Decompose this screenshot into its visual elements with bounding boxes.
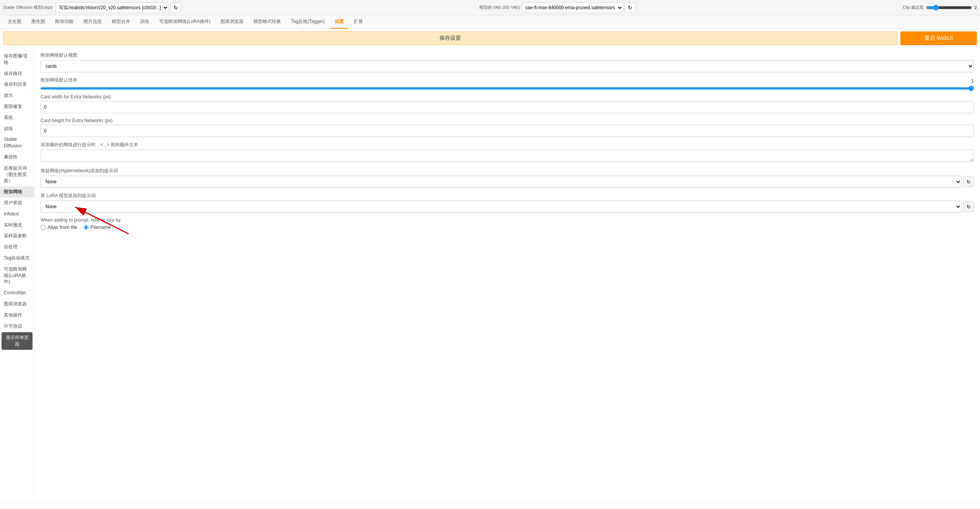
clip-value: 2 [974, 5, 977, 10]
sidebar-item-sampler[interactable]: 采样器参数 [0, 230, 34, 241]
lora-select-row: None ↻ [41, 201, 974, 213]
tab-imginfo[interactable]: 图片信息 [79, 15, 106, 29]
hypernetwork-select[interactable]: None [41, 176, 962, 188]
sidebar-item-other-ops[interactable]: 其他操作 [0, 310, 34, 321]
multiplier-slider-bar [41, 87, 974, 90]
multiplier-value: 1 [971, 78, 974, 84]
sidebar-item-sd[interactable]: Stable Diffusion [0, 134, 34, 152]
tab-settings[interactable]: 设置 [330, 15, 348, 29]
vae-select-group: 模型的 VAE (SD VAE) vae-ft-mse-840000-ema-p… [479, 2, 900, 13]
main-layout: 保存图像/音格 保存路径 保存到目录 放大 面部修复 系统 训练 Stable … [0, 47, 980, 503]
extra-text-label: 添加额外的网络进行提示时，<...> 前的额外文本 [41, 142, 974, 148]
card-width-group: Card width for Extra Networks (px) [41, 94, 974, 113]
top-bar: Stable Diffusion 模型(ckpt) 写实/realisticVi… [0, 0, 980, 15]
model-refresh-btn[interactable]: ↻ [170, 2, 181, 13]
sidebar-item-zoom[interactable]: 放大 [0, 90, 34, 101]
sidebar-item-save-path[interactable]: 保存路径 [0, 68, 34, 79]
action-bar: 保存设置 重启 WebUI [0, 29, 980, 47]
hypernetwork-group: 将超网络(Hypernetwork)添加到提示词 None ↻ [41, 168, 974, 188]
tab-extensions[interactable]: 扩展 [349, 15, 368, 29]
refer-by-label: When adding to prompt, refer to lora by [41, 217, 974, 223]
tab-txt2img[interactable]: 文生图 [3, 15, 26, 29]
extra-text-input[interactable] [41, 150, 974, 162]
refer-by-group: When adding to prompt, refer to lora by … [41, 217, 974, 230]
lora-group: 将 LoRA 模型添加到提示词 None ↻ [41, 193, 974, 213]
tab-convert[interactable]: 模型格式转换 [249, 15, 286, 29]
hypernetwork-label: 将超网络(Hypernetwork)添加到提示词 [41, 168, 974, 174]
hypernetwork-select-row: None ↻ [41, 176, 974, 188]
sidebar-item-infotext[interactable]: Infotext [0, 209, 34, 220]
vae-label: 模型的 VAE (SD VAE) [479, 5, 520, 10]
tab-lora[interactable]: 可选附加网络(LoRA插件) [155, 15, 215, 29]
sidebar-item-face-fix[interactable]: 面部修复 [0, 101, 34, 112]
model-select[interactable]: 写实/realisticVisionV20_v20.safetensors [c… [56, 2, 169, 13]
tab-img2img[interactable]: 图生图 [27, 15, 50, 29]
tab-browser[interactable]: 图库浏览器 [216, 15, 248, 29]
multiplier-row: 附加网络默认倍率 1 [41, 77, 974, 85]
window-title: Stable Diffusion 模型(ckpt) [3, 5, 52, 10]
sidebar-item-license[interactable]: 许可协议 [0, 321, 34, 332]
sidebar-item-controlnet[interactable]: ControlNet [0, 287, 34, 299]
sidebar-item-lora-plugin[interactable]: 可选附加网络(LoRA插件) [0, 264, 34, 287]
card-width-label: Card width for Extra Networks (px) [41, 94, 974, 100]
tab-tagger[interactable]: Tag反推(Tagger) [286, 15, 329, 29]
lora-select[interactable]: None [41, 201, 962, 213]
sidebar-item-live-preview[interactable]: 实时预览 [0, 220, 34, 231]
refer-by-radio-group: Alias from file Filename [41, 224, 974, 230]
tab-train[interactable]: 训练 [136, 15, 154, 29]
sidebar-item-tag-fill[interactable]: Tag自动填充 [0, 253, 34, 264]
card-height-group: Card height for Extra Networks (px) [41, 118, 974, 137]
clip-group: Clip 裁过层 2 [903, 5, 977, 11]
hypernetwork-refresh-btn[interactable]: ↻ [963, 176, 974, 187]
clip-label: Clip 裁过层 [903, 5, 924, 10]
sidebar-item-train[interactable]: 训练 [0, 123, 34, 134]
card-height-input[interactable] [41, 125, 974, 137]
sidebar-item-post[interactable]: 后处理 [0, 241, 34, 253]
lora-label: 将 LoRA 模型添加到提示词 [41, 193, 974, 199]
save-settings-button[interactable]: 保存设置 [3, 31, 897, 45]
sidebar-item-compat[interactable]: 兼容性 [0, 152, 34, 163]
sidebar-item-show-all[interactable]: 显示所有页面 [2, 332, 33, 350]
vae-refresh-btn[interactable]: ↻ [625, 2, 635, 13]
default-multiplier-label: 附加网络默认倍率 [41, 77, 77, 83]
sidebar-item-antialias[interactable]: 反推提示词（图生图页面） [0, 163, 34, 186]
sidebar-item-extra-net[interactable]: 附加网络 [0, 186, 34, 197]
card-height-label: Card height for Extra Networks (px) [41, 118, 974, 123]
sidebar-item-save-dir[interactable]: 保存到目录 [0, 79, 34, 90]
default-view-group: 附加网络默认视图 cards [41, 52, 974, 72]
sidebar: 保存图像/音格 保存路径 保存到目录 放大 面部修复 系统 训练 Stable … [0, 47, 34, 503]
model-select-group: 写实/realisticVisionV20_v20.safetensors [c… [56, 2, 476, 13]
arrow-annotation [64, 199, 148, 238]
sidebar-item-user-interface[interactable]: 用户界面 [0, 197, 34, 209]
sidebar-item-system[interactable]: 系统 [0, 112, 34, 123]
content-area: 附加网络默认视图 cards 附加网络默认倍率 1 Card width for… [34, 47, 980, 503]
clip-slider[interactable] [926, 5, 972, 11]
tab-extras[interactable]: 附加功能 [51, 15, 78, 29]
restart-webui-button[interactable]: 重启 WebUI [900, 31, 977, 45]
svg-line-1 [75, 207, 129, 234]
footer: API · Github · Gradio · 重启 WebUI version… [0, 503, 980, 509]
default-view-label: 附加网络默认视图 [41, 52, 974, 59]
sidebar-item-img-browser[interactable]: 图库浏览器 [0, 299, 34, 310]
nav-tabs: 文生图 图生图 附加功能 图片信息 模型合并 训练 可选附加网络(LoRA插件)… [0, 15, 980, 29]
vae-select[interactable]: vae-ft-mse-840000-ema-pruned.safetensors [522, 2, 623, 13]
default-multiplier-group: 附加网络默认倍率 1 [41, 77, 974, 90]
radio-alias-input[interactable] [41, 225, 46, 230]
sidebar-item-save-img[interactable]: 保存图像/音格 [0, 51, 34, 68]
card-width-input[interactable] [41, 101, 974, 113]
tab-merge[interactable]: 模型合并 [107, 15, 135, 29]
default-view-select[interactable]: cards [41, 60, 974, 72]
extra-text-group: 添加额外的网络进行提示时，<...> 前的额外文本 [41, 142, 974, 163]
lora-refresh-btn[interactable]: ↻ [963, 201, 974, 212]
